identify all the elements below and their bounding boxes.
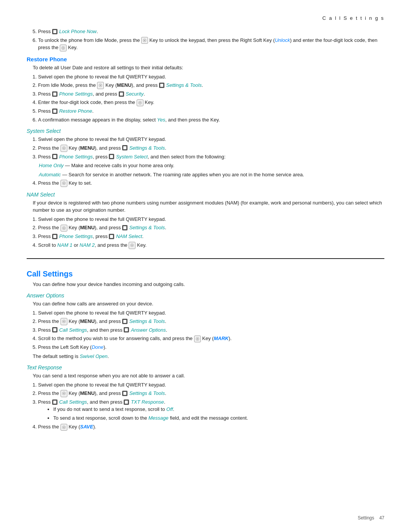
answer-options-heading: Answer Options [27, 292, 384, 299]
menu-label-tr2: MENU [80, 390, 95, 396]
prior-item-5: Press Lock Phone Now. [38, 28, 384, 35]
answer-options-ao3: Answer Options [131, 327, 166, 333]
home-only-option: Home Only — Make and receive calls in yo… [39, 162, 384, 169]
call-settings-heading: Call Settings [27, 270, 384, 278]
menu-icon-n3a [52, 234, 57, 239]
nam1-link: NAM 1 [57, 242, 73, 248]
menu-icon-r5 [52, 109, 57, 114]
settings-tools-ao2: Settings & Tools [129, 318, 165, 324]
answer-options-intro: You can define how calls are answered on… [33, 300, 384, 308]
sys-step-2: Press the ☉ Key (MENU), and press Settin… [38, 144, 384, 152]
answer-options-steps: Swivel open the phone to reveal the full… [38, 309, 384, 351]
nam-select-intro: If your device is registered with two ph… [33, 199, 384, 214]
done-link: Done [92, 344, 104, 350]
sys-step-4: Press the ☉ Key to set. [38, 179, 384, 187]
system-select-heading: System Select [27, 128, 384, 134]
menu-label-ao2: MENU [80, 318, 95, 324]
menu-label-s2: MENU [80, 145, 95, 151]
text-response-steps: Swivel open the phone to reveal the full… [38, 381, 384, 431]
menu-icon-ao3a [52, 327, 57, 332]
ao-step-2: Press the ☉ Key (MENU), and press Settin… [38, 318, 384, 325]
call-settings-ao3: Call Settings [59, 327, 87, 333]
ok-key-tr4: ☉ [61, 424, 67, 431]
nam2-link: NAM 2 [80, 242, 95, 248]
lock-phone-link: Lock Phone Now [59, 29, 96, 34]
restore-phone-heading: Restore Phone [27, 56, 384, 62]
menu-icon-s3a [52, 154, 57, 159]
ao-default: The default setting is Swivel Open. [33, 353, 384, 360]
swivel-open-link: Swivel Open [80, 353, 108, 359]
menu-label-r2: MENU [117, 82, 131, 88]
restore-step-3: Press Phone Settings, and press Security… [38, 90, 384, 98]
tr-bullets: If you do not want to send a text respon… [53, 406, 384, 422]
text-response-intro: You can send a text response when you ar… [33, 372, 384, 380]
nam-step-1: Swivel open the phone to reveal the full… [38, 216, 384, 223]
page-header: C a l l S e t t i n g s [27, 15, 384, 21]
menu-icon-n2 [122, 225, 127, 230]
menu-icon-r3b [119, 91, 124, 97]
tr-step-1: Swivel open the phone to reveal the full… [38, 381, 384, 389]
ao-step-4: Scroll to the method you wish to use for… [38, 335, 384, 342]
menu-icon-lock [52, 29, 57, 34]
phone-settings-r3: Phone Settings [59, 91, 92, 97]
settings-tools-tr2: Settings & Tools [129, 390, 165, 396]
prior-item-6: To unlock the phone from Idle Mode, pres… [38, 37, 384, 52]
menu-icon-tr3b [124, 399, 129, 405]
sys-step-1: Swivel open the phone to reveal the full… [38, 136, 384, 143]
settings-tools-s2: Settings & Tools [129, 145, 165, 151]
restore-step-1: Swivel open the phone to reveal the full… [38, 73, 384, 81]
restore-phone-steps: Swivel open the phone to reveal the full… [38, 73, 384, 124]
nam-step-3: Press Phone Settings, press NAM Select. [38, 233, 384, 240]
phone-settings-n3: Phone Settings [59, 233, 92, 239]
message-link: Message [148, 415, 169, 421]
menu-icon-s3b [109, 154, 114, 159]
section-divider [27, 258, 384, 259]
footer-label: Settings [358, 515, 374, 521]
ok-key-tr2: ☉ [61, 390, 67, 397]
ok-key-1: ☉ [141, 37, 148, 44]
system-select-s3: System Select [116, 154, 148, 160]
ok-key-ao4: ☉ [194, 335, 201, 343]
menu-icon-ao2 [122, 319, 127, 324]
tr-bullet-2: To send a text response, scroll down to … [53, 414, 384, 422]
menu-icon-r3a [52, 91, 57, 97]
ao-step-1: Swivel open the phone to reveal the full… [38, 309, 384, 317]
phone-settings-s3: Phone Settings [59, 154, 92, 160]
ok-key-2: ☉ [60, 45, 67, 52]
ok-key-n2: ☉ [61, 225, 67, 232]
sys-step-3: Press Phone Settings, press System Selec… [38, 153, 384, 161]
menu-icon-r2 [159, 83, 164, 88]
menu-icon-s2 [122, 145, 127, 150]
ao-step-3: Press Call Settings, and then press Answ… [38, 326, 384, 334]
menu-icon-tr2 [122, 391, 127, 396]
restore-step-6: A confirmation message appears in the di… [38, 116, 384, 124]
tr-step-3: Press Call Settings, and then press TXT … [38, 398, 384, 422]
ok-key-s2: ☉ [61, 145, 67, 152]
page-footer: Settings 47 [358, 515, 384, 521]
mark-label: MARK [214, 335, 229, 341]
txt-response-tr3: TXT Response [131, 399, 164, 405]
menu-icon-ao3b [124, 327, 129, 332]
automatic-label: Automatic [39, 172, 61, 177]
text-response-heading: Text Response [27, 364, 384, 371]
home-only-dash: — [65, 163, 70, 168]
nam-step-4: Scroll to NAM 1 or NAM 2, and press the … [38, 241, 384, 249]
nam-select-n3: NAM Select [116, 233, 142, 239]
restore-phone-intro: To delete all User Date and restore all … [33, 64, 384, 72]
nam-select-steps: Swivel open the phone to reveal the full… [38, 216, 384, 249]
tr-step-2: Press the ☉ Key (MENU), and press Settin… [38, 390, 384, 397]
yes-link: Yes [157, 117, 166, 123]
ok-key-r2: ☉ [97, 82, 104, 89]
menu-icon-tr3a [52, 399, 57, 405]
unlock-link: Unlock [275, 37, 290, 43]
restore-phone-link: Restore Phone [59, 108, 92, 114]
ok-key-n4: ☉ [129, 242, 135, 249]
ok-key-r4: ☉ [137, 99, 143, 107]
tr-step-4: Press the ☉ Key (SAVE). [38, 423, 384, 431]
automatic-option: Automatic — Search for service in anothe… [39, 171, 384, 179]
ok-key-s4: ☉ [61, 180, 67, 187]
prior-items-list: Press Lock Phone Now. To unlock the phon… [38, 28, 384, 51]
settings-tools-r2: Settings & Tools [166, 82, 201, 88]
footer-page: 47 [379, 515, 384, 521]
save-label: SAVE [80, 424, 93, 430]
